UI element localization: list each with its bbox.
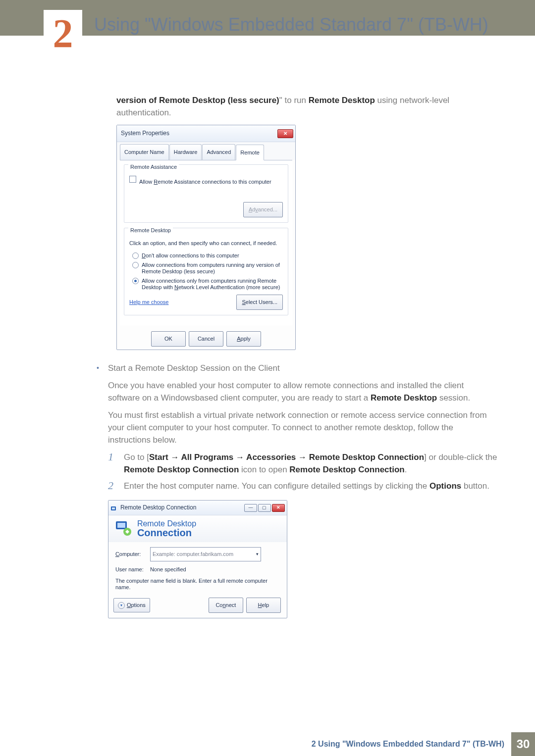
bullet-icon: • [97, 362, 99, 618]
step-2-row: 2 Enter the host computer name. You can … [108, 480, 498, 492]
remote-assistance-group: Remote Assistance Allow Remote Assistanc… [124, 164, 288, 223]
rdc-titlebar: Remote Desktop Connection — ▢ ✕ [108, 501, 287, 515]
rdc-window: Remote Desktop Connection — ▢ ✕ Remote D… [108, 500, 287, 618]
help-me-choose-link[interactable]: Help me choose [129, 296, 169, 308]
rdc-note: The computer name field is blank. Enter … [115, 578, 280, 591]
rdc-banner-title: Remote Desktop Connection [137, 519, 196, 537]
remote-desktop-group: Remote Desktop Click an option, and then… [124, 228, 288, 315]
step-1-row: 1 Go to [Start → All Programs → Accessor… [108, 451, 498, 476]
chevron-down-icon: ▾ [118, 602, 125, 609]
cancel-button[interactable]: Cancel [189, 331, 223, 347]
radio-icon[interactable] [132, 262, 139, 268]
dialog-button-row: OK Cancel Apply [117, 328, 295, 350]
rd-option-2-label: Allow connections from computers running… [142, 262, 283, 275]
rd-option-1-label: Don't allow connections to this computer [142, 252, 239, 259]
ra-checkbox-label: Allow Remote Assistance connections to t… [139, 176, 271, 188]
step-number-1: 1 [108, 451, 118, 476]
username-label: User name: [115, 563, 150, 576]
ok-button[interactable]: OK [151, 331, 186, 347]
intro-tail-1: " to run [279, 96, 309, 105]
rdc-banner: Remote Desktop Connection [108, 515, 287, 542]
rd-instruction: Click an option, and then specify who ca… [129, 237, 283, 250]
checkbox-icon[interactable] [129, 176, 136, 183]
options-button[interactable]: ▾ Options [113, 598, 150, 612]
step-number-2: 2 [108, 480, 118, 492]
rd-group-title: Remote Desktop [128, 224, 173, 237]
select-users-button[interactable]: Select Users... [236, 295, 283, 310]
maximize-icon[interactable]: ▢ [258, 504, 271, 512]
minimize-icon[interactable]: — [244, 504, 257, 512]
tab-hardware[interactable]: Hardware [169, 144, 202, 160]
help-button[interactable]: Help [246, 598, 281, 613]
close-icon[interactable]: ✕ [272, 504, 285, 512]
tab-advanced[interactable]: Advanced [202, 144, 235, 160]
computer-combobox[interactable]: Example: computer.fabrikam.com ▾ [150, 547, 261, 561]
computer-label: Computer: [115, 548, 150, 560]
bullet-p1-b: session. [437, 393, 470, 403]
rdc-banner-icon [114, 519, 132, 537]
radio-icon[interactable] [132, 252, 139, 259]
rdc-banner-line2: Connection [137, 528, 196, 537]
chevron-down-icon[interactable]: ▾ [256, 548, 259, 560]
window-titlebar: System Properties ✕ [117, 125, 295, 142]
ra-advanced-button[interactable]: Advanced... [243, 202, 283, 217]
rd-option-3-label: Allow connections only from computers ru… [142, 278, 283, 291]
ra-group-title: Remote Assistance [128, 161, 179, 173]
bullet-p1: Once you have enabled your host computer… [108, 379, 498, 404]
computer-row: Computer: Example: computer.fabrikam.com… [115, 547, 280, 561]
tab-remote[interactable]: Remote [236, 145, 264, 160]
tab-row: Computer Name Hardware Advanced Remote [117, 142, 295, 160]
connect-button[interactable]: Connect [209, 598, 243, 613]
chapter-number-box: 2 [44, 10, 82, 57]
rdc-app-icon [110, 504, 117, 511]
ra-checkbox-row[interactable]: Allow Remote Assistance connections to t… [129, 176, 283, 188]
bullet-p1-bold: Remote Desktop [371, 393, 437, 403]
svg-rect-1 [112, 507, 115, 509]
svg-rect-3 [117, 523, 125, 528]
username-row: User name: None specified [115, 563, 280, 576]
apply-button[interactable]: Apply [226, 331, 261, 347]
page-footer: 2 Using "Windows Embedded Standard 7" (T… [0, 732, 535, 756]
close-icon[interactable]: ✕ [277, 129, 293, 138]
tab-computer-name[interactable]: Computer Name [120, 144, 169, 160]
intro-bold-1: version of Remote Desktop (less secure) [116, 96, 279, 105]
chapter-number: 2 [53, 11, 73, 56]
footer-text: 2 Using "Windows Embedded Standard 7" (T… [312, 732, 511, 756]
window-title: System Properties [121, 127, 169, 140]
computer-placeholder: Example: computer.fabrikam.com [153, 548, 233, 560]
bullet-title: Start a Remote Desktop Session on the Cl… [108, 362, 498, 374]
radio-icon-selected[interactable] [132, 278, 139, 284]
rdc-window-title: Remote Desktop Connection [120, 502, 244, 514]
system-properties-window: System Properties ✕ Computer Name Hardwa… [116, 125, 296, 350]
bullet-p2: You must first establish a virtual priva… [108, 409, 498, 446]
intro-bold-2: Remote Desktop [309, 96, 375, 105]
footer-page-number: 30 [511, 732, 535, 756]
rd-option-1[interactable]: Don't allow connections to this computer [132, 252, 283, 259]
rd-option-2[interactable]: Allow connections from computers running… [132, 262, 283, 275]
intro-paragraph: version of Remote Desktop (less secure)"… [116, 94, 498, 119]
username-value: None specified [150, 563, 186, 576]
step-2-text: Enter the host computer name. You can co… [124, 480, 498, 492]
step-1-text: Go to [Start → All Programs → Accessorie… [124, 451, 498, 476]
chapter-title: Using "Windows Embedded Standard 7" (TB-… [94, 15, 493, 35]
tab-body: Remote Assistance Allow Remote Assistanc… [120, 160, 292, 325]
rd-option-3[interactable]: Allow connections only from computers ru… [132, 278, 283, 291]
